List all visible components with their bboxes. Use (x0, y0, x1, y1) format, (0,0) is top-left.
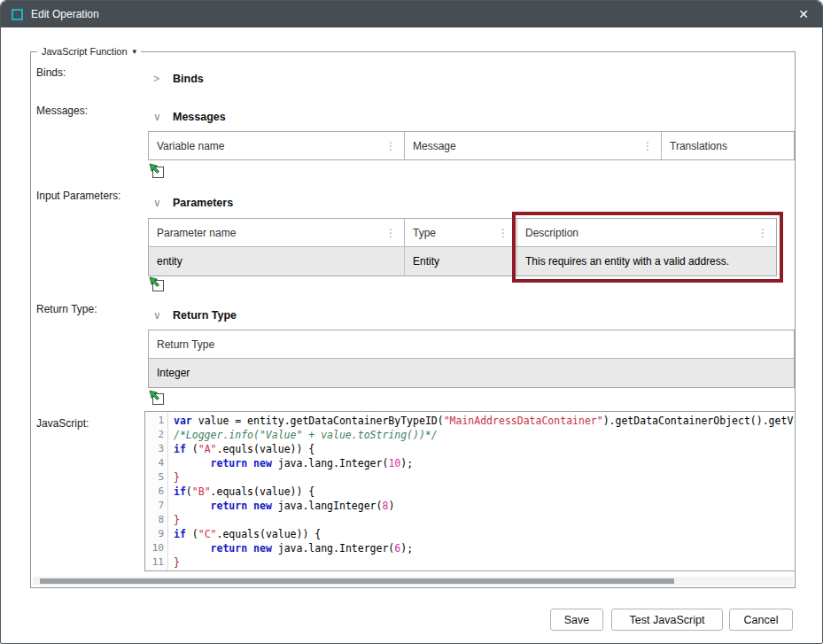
code-line: var value = entity.getDataContainerByTyp… (174, 414, 795, 428)
close-icon[interactable]: ✕ (794, 4, 813, 24)
column-menu-icon[interactable]: ⋮ (637, 140, 653, 152)
code-line: } (174, 470, 795, 485)
line-number: 10 (145, 541, 164, 555)
test-javascript-button[interactable]: Test JavaScript (611, 609, 723, 631)
column-menu-icon[interactable]: ⋮ (380, 140, 396, 152)
line-number: 8 (145, 513, 164, 527)
line-number: 9 (145, 527, 164, 541)
dropdown-arrow-icon[interactable]: ▾ (133, 47, 137, 56)
line-number: 4 (145, 456, 164, 470)
add-row-button[interactable] (149, 390, 165, 406)
code-line: /*Logger.info("Value" + value.toString()… (174, 428, 795, 442)
binds-expander[interactable]: > Binds (153, 73, 204, 85)
titlebar[interactable]: Edit Operation ✕ (1, 1, 822, 27)
return-type-header-row: Return Type (149, 330, 794, 358)
window-icon (12, 9, 23, 20)
code-line: if ("C".equals(value)) { (174, 527, 795, 541)
javascript-field-label: JavaScript: (36, 417, 89, 430)
line-number: 3 (145, 442, 164, 456)
parameters-expander[interactable]: ∨ Parameters (153, 197, 233, 209)
line-number: 2 (145, 428, 164, 442)
return-type-table: Return Type Integer (148, 330, 795, 388)
column-menu-icon[interactable]: ⋮ (752, 227, 768, 239)
messages-field-label: Messages: (36, 105, 88, 117)
messages-table: Variable name ⋮ Message ⋮ Translations (148, 131, 795, 160)
add-row-button[interactable] (149, 163, 165, 179)
parameters-table: Parameter name ⋮ Type ⋮ Description ⋮ en… (148, 218, 777, 276)
parameter-row: entity Entity This requires an entity wi… (149, 246, 776, 275)
messages-expander[interactable]: ∨ Messages (153, 111, 226, 123)
scrollbar-thumb[interactable] (40, 578, 674, 584)
messages-expander-title: Messages (173, 111, 226, 123)
binds-expander-title: Binds (173, 73, 204, 85)
column-header-message[interactable]: Message ⋮ (405, 132, 662, 159)
window-title: Edit Operation (31, 8, 99, 20)
parameter-description-cell[interactable]: This requires an entity with a valid add… (517, 247, 776, 275)
line-number: 1 (145, 414, 164, 428)
code-gutter: 1234567891011 (145, 412, 168, 570)
return-type-expander[interactable]: ∨ Return Type (153, 309, 237, 322)
chevron-down-icon: ∨ (153, 197, 167, 209)
groupbox-label-text: JavaScript Function (42, 46, 128, 57)
line-number: 11 (145, 555, 164, 570)
return-type-row: Integer (149, 358, 794, 387)
add-row-button[interactable] (149, 276, 165, 292)
chevron-down-icon: ∨ (153, 111, 167, 123)
javascript-code-editor[interactable]: 1234567891011 var value = entity.getData… (144, 411, 796, 571)
code-line: if("B".equals(value)) { (174, 485, 795, 499)
groupbox-label: JavaScript Function ▾ (37, 46, 141, 57)
edit-operation-dialog: Edit Operation ✕ JavaScript Function ▾ B… (0, 0, 823, 644)
parameter-type-cell[interactable]: Entity (405, 247, 517, 275)
line-number: 6 (145, 485, 164, 499)
column-menu-icon[interactable]: ⋮ (380, 227, 396, 239)
code-line: if ("A".equls(value)) { (174, 442, 795, 456)
parameter-name-cell[interactable]: entity (149, 247, 405, 275)
code-content[interactable]: var value = entity.getDataContainerByTyp… (168, 412, 795, 570)
input-parameters-field-label: Input Parameters: (36, 190, 120, 202)
column-header-type[interactable]: Type ⋮ (405, 219, 517, 246)
column-header-return-type[interactable]: Return Type (149, 330, 794, 358)
save-button[interactable]: Save (550, 609, 603, 631)
code-line: return new java.langInteger(8) (174, 499, 795, 513)
binds-field-label: Binds: (36, 66, 66, 79)
cancel-button[interactable]: Cancel (729, 609, 793, 631)
horizontal-scrollbar[interactable] (33, 577, 793, 586)
parameters-expander-title: Parameters (173, 197, 233, 209)
code-line: } (174, 555, 795, 570)
return-type-value-cell[interactable]: Integer (149, 359, 794, 387)
chevron-down-icon: ∨ (153, 309, 167, 322)
code-line: return new java.lang.Integer(10); (174, 456, 795, 470)
parameters-header-row: Parameter name ⋮ Type ⋮ Description ⋮ (149, 219, 776, 246)
line-number: 5 (145, 470, 164, 485)
messages-header-row: Variable name ⋮ Message ⋮ Translations (149, 132, 794, 159)
code-line: } (174, 513, 795, 527)
column-header-parameter-name[interactable]: Parameter name ⋮ (149, 219, 405, 246)
return-type-expander-title: Return Type (173, 309, 237, 322)
code-line: return new java.lang.Interger(6); (174, 541, 795, 555)
chevron-right-icon: > (153, 73, 167, 85)
line-number: 7 (145, 499, 164, 513)
column-menu-icon[interactable]: ⋮ (493, 227, 509, 239)
column-header-description[interactable]: Description ⋮ (517, 219, 776, 246)
column-header-translations[interactable]: Translations (662, 132, 794, 159)
return-type-field-label: Return Type: (36, 303, 97, 315)
column-header-variable-name[interactable]: Variable name ⋮ (149, 132, 405, 159)
